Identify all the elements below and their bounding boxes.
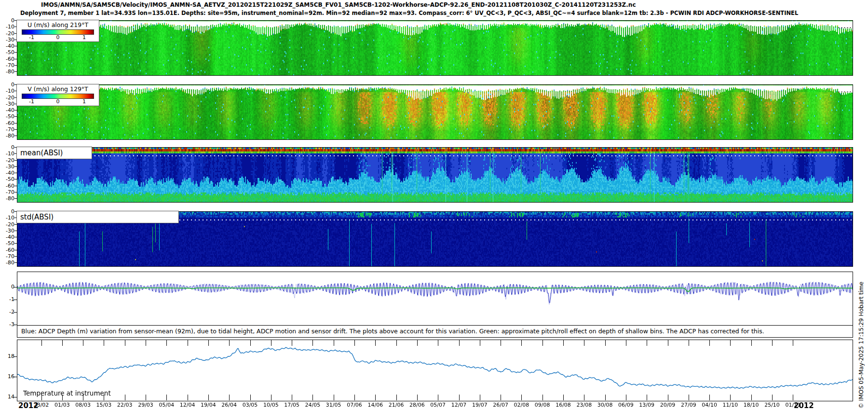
depth-tick-label: -20 bbox=[1, 221, 14, 228]
tick-mark bbox=[542, 395, 543, 400]
depth-tick-label: -50 bbox=[1, 49, 14, 55]
depth-var-tick-label: -1 bbox=[1, 296, 14, 302]
tick-mark bbox=[584, 340, 584, 346]
depth-tick-label: -10 bbox=[1, 88, 14, 94]
tick-mark bbox=[271, 340, 271, 346]
tick-mark bbox=[751, 340, 752, 346]
tick-mark bbox=[14, 224, 17, 225]
tick-mark bbox=[14, 116, 17, 117]
date-tick-label: 10/05 bbox=[260, 402, 282, 408]
u-velocity-panel: U (m/s) along 219°T -101 bbox=[17, 20, 853, 76]
tick-mark bbox=[14, 65, 17, 66]
date-tick-label: 06/09 bbox=[615, 402, 637, 408]
depth-tick-label: -30 bbox=[1, 101, 14, 107]
depth-tick-label: -40 bbox=[1, 170, 14, 176]
std-absi-panel: std(ABSI) bbox=[17, 211, 853, 267]
tick-mark bbox=[417, 340, 418, 346]
temperature-tick-label: 16 bbox=[1, 373, 14, 380]
date-tick-label: 28/06 bbox=[407, 402, 428, 408]
v-velocity-heatmap bbox=[17, 85, 853, 139]
tick-mark bbox=[396, 395, 397, 400]
depth-tick-label: -10 bbox=[1, 215, 14, 221]
tick-mark bbox=[62, 340, 63, 346]
tick-mark bbox=[14, 312, 17, 313]
tick-mark bbox=[83, 340, 83, 346]
date-tick-label: 29/03 bbox=[135, 402, 156, 408]
tick-mark bbox=[647, 340, 647, 346]
depth-tick-label: -50 bbox=[1, 240, 14, 246]
tick-mark bbox=[14, 262, 17, 263]
tick-mark bbox=[14, 256, 17, 257]
tick-mark bbox=[208, 340, 209, 346]
date-tick-label: 11/10 bbox=[719, 402, 741, 408]
tick-mark bbox=[188, 340, 188, 346]
tick-mark bbox=[14, 179, 17, 179]
tick-mark bbox=[605, 340, 606, 346]
tick-mark bbox=[229, 340, 230, 346]
tick-mark bbox=[14, 52, 17, 53]
date-tick-label: 04/10 bbox=[699, 402, 720, 408]
u-colorbar-legend: U (m/s) along 219°T -101 bbox=[16, 20, 99, 42]
date-tick-label: 12/04 bbox=[177, 402, 198, 408]
tick-mark bbox=[250, 340, 251, 346]
depth-tick-label: 0 bbox=[1, 82, 14, 88]
tick-mark bbox=[584, 395, 584, 400]
date-tick-label: 03/05 bbox=[240, 402, 261, 408]
tick-mark bbox=[14, 160, 17, 161]
date-tick-label: 14/06 bbox=[365, 402, 386, 408]
tick-mark bbox=[730, 340, 731, 346]
date-tick-label: 23/08 bbox=[573, 402, 595, 408]
tick-mark bbox=[375, 340, 376, 346]
tick-mark bbox=[709, 340, 710, 346]
tick-mark bbox=[14, 192, 17, 192]
depth-tick-label: -70 bbox=[1, 189, 14, 195]
tick-mark bbox=[188, 395, 188, 400]
tick-mark bbox=[14, 110, 17, 110]
depth-tick-label: -40 bbox=[1, 107, 14, 113]
tick-mark bbox=[14, 250, 17, 250]
year-label-left: 2012 bbox=[18, 401, 39, 410]
tick-mark bbox=[250, 395, 251, 400]
date-tick-label: 08/03 bbox=[72, 402, 94, 408]
tick-mark bbox=[354, 395, 355, 400]
depth-tick-label: -80 bbox=[1, 133, 14, 139]
depth-tick-label: -50 bbox=[1, 176, 14, 182]
tick-mark bbox=[459, 395, 460, 400]
tick-mark bbox=[480, 340, 480, 346]
depth-var-tick-label: -3 bbox=[1, 321, 14, 328]
depth-tick-label: 0 bbox=[1, 208, 14, 215]
tick-mark bbox=[104, 340, 104, 346]
date-tick-label: 01/03 bbox=[52, 402, 73, 408]
tick-mark bbox=[668, 340, 668, 346]
tick-mark bbox=[14, 377, 17, 377]
date-tick-label: 19/07 bbox=[469, 402, 490, 408]
tick-mark bbox=[772, 340, 773, 346]
colorbar-tick-label: 1 bbox=[82, 34, 86, 41]
tick-mark bbox=[14, 243, 17, 244]
date-tick-label: 26/07 bbox=[490, 402, 511, 408]
date-tick-label: 12/07 bbox=[448, 402, 470, 408]
depth-tick-label: -50 bbox=[1, 113, 14, 120]
tick-mark bbox=[668, 395, 668, 400]
depth-tick-label: -60 bbox=[1, 247, 14, 253]
tick-mark bbox=[229, 395, 230, 400]
tick-mark bbox=[730, 395, 731, 400]
mean-absi-panel: mean(ABSI) bbox=[17, 147, 853, 203]
temperature-tick-label: 18 bbox=[1, 353, 14, 359]
tick-mark bbox=[793, 395, 793, 400]
depth-tick-label: -80 bbox=[1, 68, 14, 75]
tick-mark bbox=[14, 300, 17, 300]
depth-variation-caption: Blue: ADCP Depth (m) variation from sens… bbox=[17, 325, 853, 337]
colorbar-tick-label: -1 bbox=[29, 98, 34, 105]
tick-mark bbox=[14, 173, 17, 173]
mean-absi-heatmap bbox=[17, 148, 853, 202]
std-absi-label: std(ABSI) bbox=[16, 211, 179, 223]
depth-tick-label: -80 bbox=[1, 195, 14, 202]
depth-tick-label: -10 bbox=[1, 24, 14, 30]
tick-mark bbox=[626, 395, 626, 400]
tick-mark bbox=[375, 395, 376, 400]
tick-mark bbox=[396, 340, 397, 346]
year-label-right: 2012 bbox=[794, 401, 814, 410]
tick-mark bbox=[521, 395, 522, 400]
tick-mark bbox=[14, 356, 17, 357]
